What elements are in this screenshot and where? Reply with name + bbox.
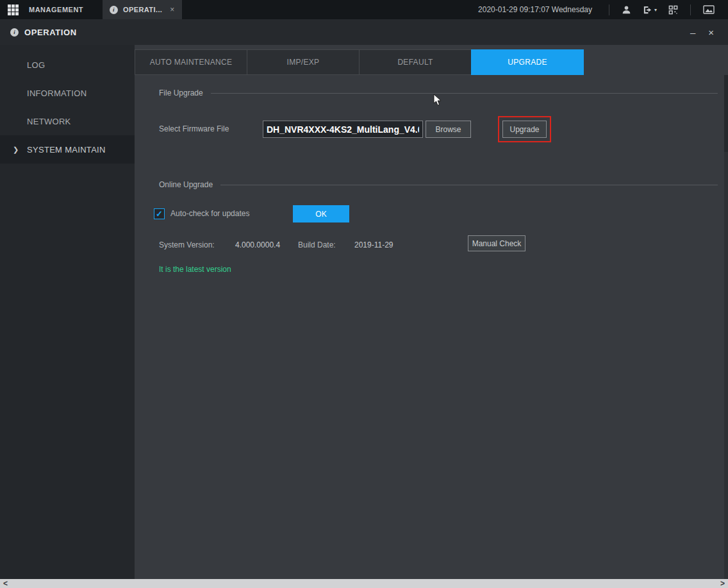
tab-imp-exp[interactable]: IMP/EXP	[247, 49, 360, 75]
sidebar: LOG INFORMATION NETWORK ❯ SYSTEM MAINTAI…	[0, 45, 135, 579]
build-date-label: Build Date:	[298, 237, 336, 253]
tab-auto-maintenance[interactable]: AUTO MAINTENANCE	[135, 49, 247, 75]
sidebar-item-label: NETWORK	[27, 117, 71, 126]
latest-version-message: It is the latest version	[159, 265, 231, 274]
application-window: MANAGEMENT i OPERATI... × 2020-01-29 09:…	[0, 0, 728, 588]
qr-code-icon[interactable]	[668, 5, 678, 15]
minimize-button[interactable]: –	[690, 28, 695, 37]
close-button[interactable]: ×	[708, 28, 714, 37]
sidebar-item-label: LOG	[27, 60, 45, 70]
tab-operation[interactable]: i OPERATI... ×	[103, 0, 182, 19]
tab-management[interactable]: MANAGEMENT	[29, 6, 83, 13]
section-title: Online Upgrade	[159, 180, 213, 189]
page-title: OPERATION	[24, 28, 77, 37]
horizontal-scrollbar[interactable]: < >	[0, 579, 728, 588]
scroll-right-arrow[interactable]: >	[720, 579, 725, 588]
apps-grid-icon[interactable]	[8, 4, 19, 15]
topbar-right-cluster: 2020-01-29 09:17:07 Wednesday ▾	[478, 4, 728, 15]
info-icon: i	[110, 6, 118, 14]
tab-close-icon[interactable]: ×	[170, 5, 174, 14]
checkmark-icon: ✓	[156, 209, 163, 219]
top-bar: MANAGEMENT i OPERATI... × 2020-01-29 09:…	[0, 0, 728, 19]
user-icon[interactable]	[622, 5, 631, 15]
sidebar-item-label: INFORMATION	[27, 88, 87, 98]
sidebar-item-network[interactable]: NETWORK	[0, 107, 135, 135]
ok-button[interactable]: OK	[293, 205, 349, 223]
info-icon: i	[10, 28, 19, 37]
datetime-display: 2020-01-29 09:17:07 Wednesday	[478, 5, 592, 14]
vertical-scrollbar[interactable]	[724, 75, 728, 579]
firmware-file-input[interactable]	[263, 121, 423, 138]
section-divider	[220, 185, 718, 185]
system-version-value: 4.000.0000.4	[235, 237, 280, 253]
online-upgrade-section-header: Online Upgrade	[159, 180, 718, 189]
auto-check-label: Auto-check for updates	[170, 205, 249, 223]
chevron-right-icon: ❯	[13, 146, 19, 154]
vertical-scrollbar-thumb[interactable]	[724, 75, 728, 152]
scroll-left-arrow[interactable]: <	[3, 579, 8, 588]
tab-operation-label: OPERATI...	[123, 6, 162, 13]
system-version-label: System Version:	[159, 237, 215, 253]
upgrade-button[interactable]: Upgrade	[502, 121, 547, 138]
window-controls: – ×	[690, 28, 718, 37]
window-title-bar: i OPERATION – ×	[0, 19, 728, 45]
tab-default[interactable]: DEFAULT	[359, 49, 472, 75]
tab-upgrade[interactable]: UPGRADE	[471, 49, 584, 75]
main-content: AUTO MAINTENANCE IMP/EXP DEFAULT UPGRADE…	[135, 45, 728, 579]
divider	[609, 4, 609, 15]
firmware-file-label: Select Firmware File	[159, 121, 229, 138]
sidebar-item-log[interactable]: LOG	[0, 51, 135, 79]
display-output-icon[interactable]	[703, 5, 715, 14]
sidebar-item-system-maintain[interactable]: ❯ SYSTEM MAINTAIN	[0, 135, 135, 164]
auto-check-checkbox[interactable]: ✓	[154, 208, 165, 219]
logout-caret-icon: ▾	[654, 7, 657, 13]
manual-check-button[interactable]: Manual Check	[468, 235, 525, 251]
sidebar-item-label: SYSTEM MAINTAIN	[27, 145, 106, 155]
section-divider	[211, 93, 718, 94]
logout-icon[interactable]: ▾	[643, 5, 657, 15]
build-date-value: 2019-11-29	[354, 237, 393, 253]
sidebar-item-information[interactable]: INFORMATION	[0, 79, 135, 107]
browse-button[interactable]: Browse	[426, 121, 471, 138]
file-upgrade-section-header: File Upgrade	[159, 88, 718, 97]
section-title: File Upgrade	[159, 88, 203, 97]
maintain-tabs: AUTO MAINTENANCE IMP/EXP DEFAULT UPGRADE	[135, 49, 584, 75]
divider	[690, 4, 691, 15]
